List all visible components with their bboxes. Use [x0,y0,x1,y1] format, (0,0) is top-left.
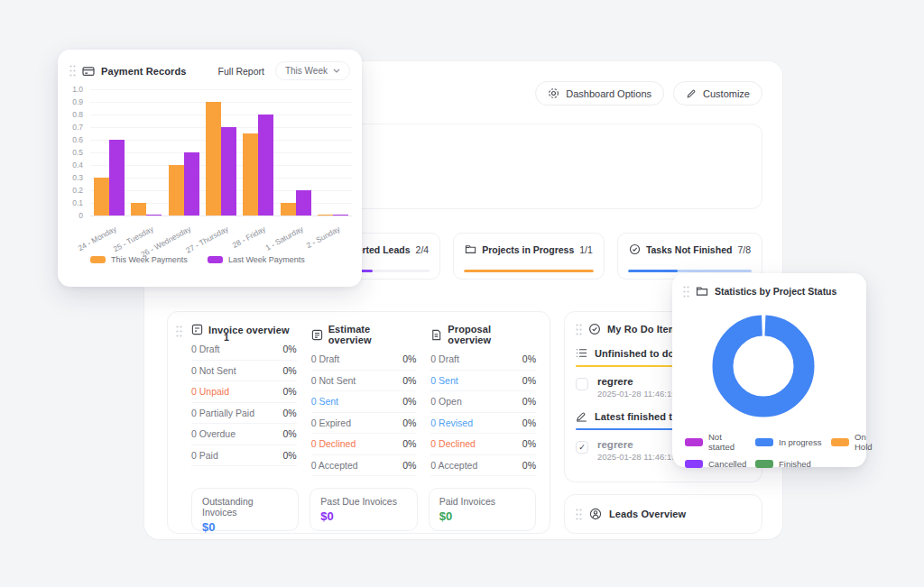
summary-value: $0 [320,509,406,523]
summary-label: Paid Invoices [439,496,525,507]
overview-column-header: Proposal overview [430,324,536,345]
drag-handle-icon[interactable] [576,324,582,335]
overview-row-label: 0 Not Sent [191,365,236,376]
overview-row: 0 Sent0% [430,371,536,392]
overview-row-value: 0% [282,365,296,376]
overview-row-label: 0 Declined [311,438,356,449]
overview-row-value: 0% [282,408,296,418]
project-status-donut [710,313,817,419]
x-tick-label: 2 - Sunday [305,225,342,251]
overview-row: 0 Declined0% [311,434,417,455]
overview-row-value: 0% [402,375,416,386]
overview-row-label: 0 Open [430,396,461,407]
pencil-line-icon [576,410,587,422]
overview-row-value: 0% [402,438,416,449]
y-tick-label: 0.1 [72,198,83,207]
legend-item: On Hold [831,432,873,452]
person-icon [589,508,602,520]
overview-row: 0 Expired0% [311,413,417,435]
overview-column-title: Proposal overview [448,324,536,345]
x-tick-label: 28 - Friday [231,225,267,250]
overview-row: 0 Open0% [430,391,536,413]
legend-item: Finished [755,459,826,469]
documents-overview-card: 1 Invoice overview0 Draft0%0 Not Sent0%0… [167,311,550,534]
overview-row-value: 0% [402,417,416,428]
overview-row-label: 0 Expired [311,417,351,428]
legend-label: Not started [708,432,750,452]
overview-column-title: Estimate overview [328,324,417,345]
bar-last-week [221,127,236,216]
overview-column: Invoice overview0 Draft0%0 Not Sent0%0 U… [191,324,297,476]
y-tick-label: 1.0 [72,85,83,94]
overview-row-label: 0 Draft [191,344,220,354]
header-actions: Dashboard Options Customize [535,81,762,105]
summary-value: $0 [439,509,525,523]
payment-records-card: Payment Records Full Report This Week 1.… [58,50,362,287]
drag-handle-icon[interactable] [69,65,76,77]
invoice-summaries: Outstanding Invoices$0Past Due Invoices$… [191,488,536,531]
legend-label: This Week Payments [111,255,188,264]
overview-row-value: 0% [522,460,536,471]
drag-handle-icon[interactable] [576,509,582,520]
y-tick-label: 0.9 [72,97,83,106]
overview-row-label: 0 Overdue [191,428,236,439]
overview-row-value: 0% [522,438,536,449]
todo-checkbox[interactable] [576,378,588,390]
legend-swatch [755,438,773,446]
summary-box: Past Due Invoices$0 [310,488,417,531]
bar-last-week [258,115,273,216]
bar-this-week [318,215,333,216]
overview-row: 0 Partially Paid0% [191,403,297,425]
stat-progress-bar [628,270,752,272]
legend-swatch [685,438,703,446]
folder-icon [465,243,476,255]
overview-row-label: 0 Not Sent [311,375,356,386]
overview-row: 0 Paid0% [191,445,297,467]
estimate-icon [311,329,323,341]
y-tick-label: 0.2 [72,186,83,195]
full-report-link[interactable]: Full Report [218,66,264,77]
legend-swatch [831,438,849,446]
dashboard-options-button[interactable]: Dashboard Options [535,81,664,105]
overview-row-value: 0% [282,344,296,354]
drag-handle-icon[interactable] [176,326,182,337]
check-circle-icon [588,323,601,335]
bar-group [277,190,314,216]
overview-column: Estimate overview0 Draft0%0 Not Sent0%0 … [311,324,417,476]
chart-y-axis: 1.00.90.80.70.60.50.40.30.20.10 [67,89,87,216]
bar-this-week [243,133,258,216]
overview-row-value: 0% [522,396,536,407]
stat-card[interactable]: Projects in Progress1/1 [453,233,605,280]
folder-icon [696,285,708,298]
overview-row: 0 Draft0% [191,339,297,361]
range-selector-value: This Week [285,66,328,76]
stat-card-label: Tasks Not Finished [646,244,733,255]
proposal-icon [430,329,442,341]
overview-row-label: 0 Paid [191,450,218,461]
drag-handle-icon[interactable] [683,286,689,298]
bar-this-week [206,102,221,216]
legend-item: This Week Payments [90,255,188,264]
todo-item-time: 2025-01-28 11:46:19 [597,452,677,462]
todo-checkbox[interactable]: ✓ [576,441,588,454]
overview-row-value: 0% [522,375,536,386]
payment-chart-legend: This Week PaymentsLast Week Payments [90,255,305,264]
bar-last-week [333,215,348,216]
y-tick-label: 0.3 [72,173,83,182]
range-selector[interactable]: This Week [275,61,350,80]
overview-row: 0 Draft0% [311,349,417,371]
customize-button[interactable]: Customize [673,81,762,105]
todo-item-time: 2025-01-28 11:46:19 [597,389,677,399]
chart-x-axis: 24 - Monday25 - Tuesday26 - Wednesday27 … [90,218,352,252]
y-tick-label: 0.7 [72,123,83,132]
y-tick-label: 0 [79,211,83,220]
y-tick-label: 0.5 [72,148,83,157]
legend-item: Cancelled [685,459,750,469]
credit-card-icon [82,65,95,78]
legend-swatch [90,256,106,263]
overview-row: 0 Accepted0% [311,455,417,477]
leads-overview-card: Leads Overview [564,494,762,534]
gridline [90,216,352,216]
todo-section-title: Unfinished to do's [595,348,682,359]
overview-row: 0 Unpaid0% [191,381,297,403]
